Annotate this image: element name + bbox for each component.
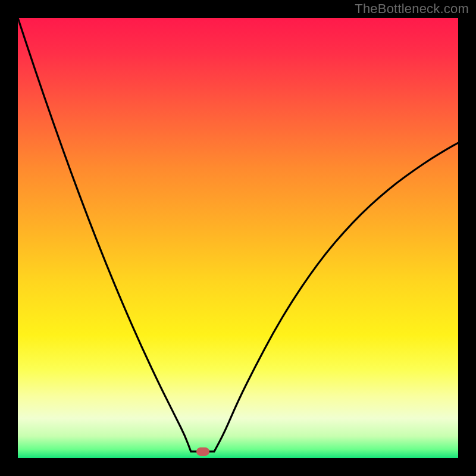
optimal-point-marker [196, 447, 209, 456]
plot-area [18, 18, 458, 458]
watermark-text: TheBottleneck.com [355, 1, 469, 17]
bottleneck-curve [18, 18, 458, 458]
chart-frame: TheBottleneck.com [0, 0, 476, 476]
